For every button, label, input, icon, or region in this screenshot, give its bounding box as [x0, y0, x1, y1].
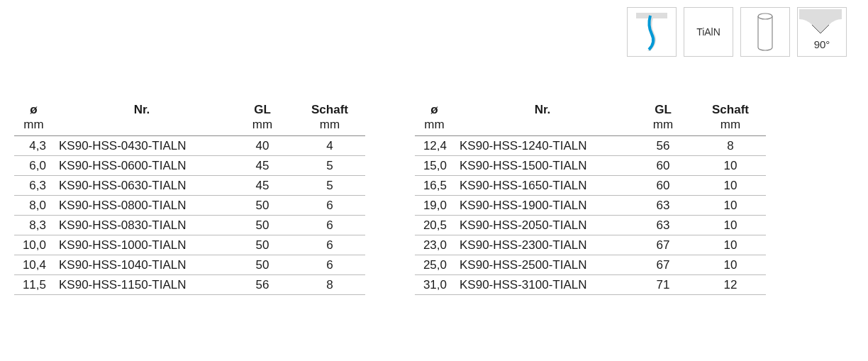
cell-diameter: 8,0 — [14, 195, 53, 215]
cell-diameter: 31,0 — [415, 274, 454, 294]
cell-schaft: 10 — [695, 175, 766, 195]
cell-gl: 45 — [230, 155, 294, 175]
cell-number: KS90-HSS-2050-TIALN — [454, 215, 631, 235]
cell-schaft: 12 — [695, 274, 766, 294]
cell-gl: 56 — [631, 135, 695, 155]
cell-gl: 50 — [230, 235, 294, 255]
cell-schaft: 6 — [294, 235, 365, 255]
col-diameter: ømm — [415, 99, 454, 135]
table-row: 11,5KS90-HSS-1150-TIALN568 — [14, 274, 365, 294]
cell-diameter: 6,0 — [14, 155, 53, 175]
cell-number: KS90-HSS-1650-TIALN — [454, 175, 631, 195]
spec-table-left: ømm Nr. GLmm Schaftmm 4,3KS90-HSS-0430-T… — [14, 99, 365, 295]
table-row: 12,4KS90-HSS-1240-TIALN568 — [415, 135, 766, 155]
cell-number: KS90-HSS-1500-TIALN — [454, 155, 631, 175]
cell-gl: 67 — [631, 255, 695, 274]
table-row: 10,4KS90-HSS-1040-TIALN506 — [14, 255, 365, 274]
cell-gl: 40 — [230, 135, 294, 155]
cell-schaft: 6 — [294, 215, 365, 235]
cell-number: KS90-HSS-2300-TIALN — [454, 235, 631, 255]
table-row: 20,5KS90-HSS-2050-TIALN6310 — [415, 215, 766, 235]
cell-schaft: 6 — [294, 255, 365, 274]
cell-number: KS90-HSS-2500-TIALN — [454, 255, 631, 274]
cylindrical-shank-icon — [740, 7, 790, 57]
spec-table-right: ømm Nr. GLmm Schaftmm 12,4KS90-HSS-1240-… — [415, 99, 766, 295]
table-row: 19,0KS90-HSS-1900-TIALN6310 — [415, 195, 766, 215]
table-row: 8,3KS90-HSS-0830-TIALN506 — [14, 215, 365, 235]
table-header-row: ømm Nr. GLmm Schaftmm — [415, 99, 766, 135]
table-row: 25,0KS90-HSS-2500-TIALN6710 — [415, 255, 766, 274]
angle-label: 90° — [814, 38, 830, 50]
property-icons-row: TiAlN 90° — [14, 7, 854, 57]
col-schaft: Schaftmm — [294, 99, 365, 135]
table-row: 6,3KS90-HSS-0630-TIALN455 — [14, 175, 365, 195]
table-row: 15,0KS90-HSS-1500-TIALN6010 — [415, 155, 766, 175]
cell-schaft: 8 — [695, 135, 766, 155]
cell-number: KS90-HSS-0630-TIALN — [53, 175, 230, 195]
coating-label: TiAlN — [696, 26, 720, 38]
cell-schaft: 10 — [695, 235, 766, 255]
cell-gl: 63 — [631, 215, 695, 235]
cell-schaft: 10 — [695, 195, 766, 215]
cell-number: KS90-HSS-0430-TIALN — [53, 135, 230, 155]
cell-gl: 71 — [631, 274, 695, 294]
cell-diameter: 11,5 — [14, 274, 53, 294]
cell-schaft: 10 — [695, 215, 766, 235]
cell-schaft: 4 — [294, 135, 365, 155]
table-row: 4,3KS90-HSS-0430-TIALN404 — [14, 135, 365, 155]
cell-gl: 50 — [230, 215, 294, 235]
spec-tables: ømm Nr. GLmm Schaftmm 4,3KS90-HSS-0430-T… — [14, 99, 854, 295]
table-row: 23,0KS90-HSS-2300-TIALN6710 — [415, 235, 766, 255]
cell-schaft: 10 — [695, 155, 766, 175]
coolant-through-icon — [627, 7, 677, 57]
cell-diameter: 12,4 — [415, 135, 454, 155]
col-gl: GLmm — [230, 99, 294, 135]
col-number: Nr. — [53, 99, 230, 135]
cell-gl: 50 — [230, 195, 294, 215]
coating-tialn-icon: TiAlN — [684, 7, 733, 57]
col-schaft: Schaftmm — [695, 99, 766, 135]
cell-diameter: 6,3 — [14, 175, 53, 195]
table-header-row: ømm Nr. GLmm Schaftmm — [14, 99, 365, 135]
cell-gl: 60 — [631, 155, 695, 175]
cell-diameter: 10,0 — [14, 235, 53, 255]
col-gl: GLmm — [631, 99, 695, 135]
cell-number: KS90-HSS-1040-TIALN — [53, 255, 230, 274]
cell-diameter: 20,5 — [415, 215, 454, 235]
table-row: 10,0KS90-HSS-1000-TIALN506 — [14, 235, 365, 255]
cell-gl: 60 — [631, 175, 695, 195]
cell-schaft: 5 — [294, 155, 365, 175]
cell-gl: 67 — [631, 235, 695, 255]
cell-schaft: 5 — [294, 175, 365, 195]
cell-schaft: 10 — [695, 255, 766, 274]
cell-schaft: 8 — [294, 274, 365, 294]
cell-gl: 63 — [631, 195, 695, 215]
table-row: 16,5KS90-HSS-1650-TIALN6010 — [415, 175, 766, 195]
cell-number: KS90-HSS-0830-TIALN — [53, 215, 230, 235]
table-row: 6,0KS90-HSS-0600-TIALN455 — [14, 155, 365, 175]
cell-number: KS90-HSS-0600-TIALN — [53, 155, 230, 175]
svg-point-0 — [758, 13, 772, 19]
cell-diameter: 19,0 — [415, 195, 454, 215]
cell-diameter: 16,5 — [415, 175, 454, 195]
cell-gl: 56 — [230, 274, 294, 294]
cell-number: KS90-HSS-1900-TIALN — [454, 195, 631, 215]
col-number: Nr. — [454, 99, 631, 135]
cell-number: KS90-HSS-3100-TIALN — [454, 274, 631, 294]
cell-diameter: 4,3 — [14, 135, 53, 155]
table-row: 31,0KS90-HSS-3100-TIALN7112 — [415, 274, 766, 294]
cell-schaft: 6 — [294, 195, 365, 215]
cell-gl: 50 — [230, 255, 294, 274]
cell-gl: 45 — [230, 175, 294, 195]
cell-number: KS90-HSS-1150-TIALN — [53, 274, 230, 294]
table-row: 8,0KS90-HSS-0800-TIALN506 — [14, 195, 365, 215]
cell-diameter: 23,0 — [415, 235, 454, 255]
cell-number: KS90-HSS-1000-TIALN — [53, 235, 230, 255]
cell-number: KS90-HSS-0800-TIALN — [53, 195, 230, 215]
cell-number: KS90-HSS-1240-TIALN — [454, 135, 631, 155]
cell-diameter: 8,3 — [14, 215, 53, 235]
cell-diameter: 15,0 — [415, 155, 454, 175]
cell-diameter: 25,0 — [415, 255, 454, 274]
cell-diameter: 10,4 — [14, 255, 53, 274]
point-angle-90-icon: 90° — [797, 7, 847, 57]
